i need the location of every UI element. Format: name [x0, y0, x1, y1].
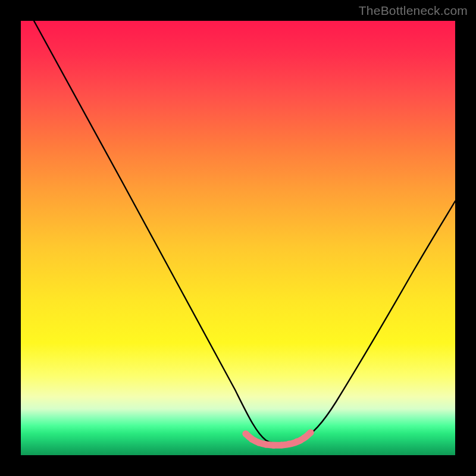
- plot-area: [21, 21, 455, 455]
- svg-point-2: [256, 440, 262, 446]
- chart-frame: TheBottleneck.com: [0, 0, 476, 476]
- svg-point-3: [263, 441, 270, 448]
- svg-point-7: [294, 439, 300, 445]
- watermark-text: TheBottleneck.com: [359, 4, 468, 18]
- curve-layer: [21, 21, 455, 455]
- svg-point-0: [243, 431, 249, 437]
- svg-point-1: [249, 436, 255, 443]
- svg-point-6: [286, 441, 293, 447]
- bottleneck-curve: [34, 21, 455, 444]
- valley-highlight-overlay: [246, 433, 311, 445]
- svg-point-8: [301, 435, 308, 441]
- svg-point-5: [278, 442, 285, 449]
- svg-point-9: [308, 430, 314, 436]
- svg-point-4: [271, 442, 277, 449]
